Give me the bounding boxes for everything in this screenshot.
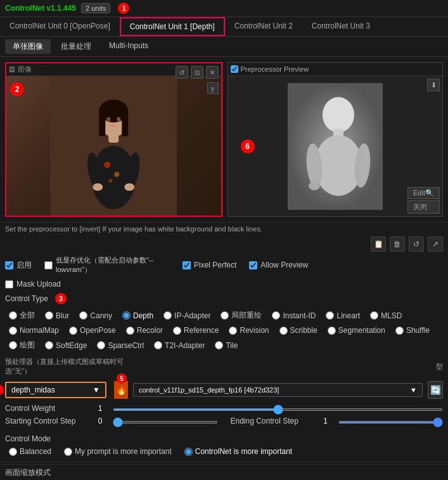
preprocessor-preview-label: Preprocessor Preview (238, 64, 312, 74)
photo-placeholder[interactable] (6, 76, 221, 216)
radio-segmentation[interactable]: Segmentation (324, 325, 389, 336)
mode-prompt[interactable]: My prompt is more important (60, 446, 176, 457)
radio-canny[interactable]: Canny (75, 309, 116, 322)
enable-checkbox[interactable] (5, 261, 13, 269)
mask-upload-group: Mask Upload (5, 280, 443, 289)
radio-mlsd[interactable]: MLSD (366, 309, 406, 322)
top-bar: ControlNet v1.1.445 2 units 1 (0, 0, 448, 17)
sliders-area: Control Weight 1 Starting Control Step 0… (0, 401, 448, 432)
mask-upload-checkbox[interactable] (5, 280, 13, 289)
close-preview-btn[interactable]: 关闭 (407, 200, 440, 214)
radio-openpose[interactable]: OpenPose (65, 325, 120, 336)
unit-tabs: ControlNet Unit 0 [OpenPose] ControlNet … (0, 17, 448, 37)
radio-softedge[interactable]: SoftEdge (41, 339, 91, 352)
mode-options: Balanced My prompt is more important Con… (5, 446, 443, 457)
unit-tab-2[interactable]: ControlNet Unit 2 (225, 17, 302, 36)
radio-blur[interactable]: Blur (41, 309, 73, 322)
circle-4: 4 (0, 384, 4, 396)
lowvram-checkbox[interactable] (44, 261, 53, 269)
svg-point-13 (108, 179, 112, 183)
radio-sparsectrl[interactable]: SparseCtrl (93, 339, 148, 352)
preprocessor-select[interactable]: depth_midas ▼ (5, 382, 106, 398)
pixel-perfect-checkbox[interactable] (182, 261, 191, 269)
fit-btn[interactable]: ⊡ (191, 66, 203, 79)
radio-shuffle[interactable]: Shuffle (392, 325, 433, 336)
ending-step-slider[interactable] (338, 421, 444, 424)
radio-lineart[interactable]: Lineart (322, 309, 364, 322)
control-weight-row: Control Weight 1 (5, 404, 443, 413)
mode-balanced[interactable]: Balanced (5, 446, 55, 457)
preprocessor-row: 预处理器（直接上传模式图或草稿时可选"无"） 型 (0, 354, 448, 379)
y-btn[interactable]: y (207, 82, 219, 94)
circle-2: 2 (10, 82, 24, 96)
radio-all[interactable]: 全部 (5, 309, 39, 322)
fire-btn[interactable]: 🔥 (114, 381, 128, 399)
circle-1: 1 (118, 3, 129, 14)
rotate-btn[interactable]: ↺ (176, 66, 188, 79)
enable-label: 启用 (16, 260, 32, 271)
refresh-tool-btn[interactable]: ↺ (409, 237, 424, 252)
refresh-model-btn[interactable]: 🔄 (428, 381, 443, 399)
copy-btn[interactable]: 📋 (371, 237, 386, 252)
svg-point-10 (111, 124, 116, 127)
svg-point-16 (93, 183, 103, 191)
step-sliders-row: Starting Control Step 0 Ending Control S… (5, 417, 443, 425)
radio-t2i[interactable]: T2I-Adapter (150, 339, 208, 352)
sub-tab-batch[interactable]: 批量处理 (53, 39, 99, 54)
svg-point-25 (309, 181, 320, 190)
ending-step-label: Ending Control Step (231, 417, 313, 425)
radio-draw[interactable]: 绘图 (5, 339, 39, 352)
left-image-panel: 🖼 图像 2 (5, 62, 222, 217)
svg-rect-7 (122, 111, 128, 136)
allow-preview-checkbox[interactable] (249, 261, 257, 269)
download-btn[interactable]: ⬇ (427, 79, 440, 91)
radio-scribble[interactable]: Scribble (276, 325, 321, 336)
ending-step-slider-wrap (338, 417, 444, 425)
radio-revision[interactable]: Revision (225, 325, 272, 336)
image-panel-label: 图像 (18, 65, 32, 74)
preview-checkbox[interactable] (231, 65, 238, 73)
radio-inpaint[interactable]: 局部重绘 (217, 309, 266, 322)
sub-tab-single[interactable]: 单张图像 (5, 39, 51, 54)
version-label: ControlNet v1.1.445 (5, 4, 76, 13)
edit-btn[interactable]: Edit🔍 (407, 187, 440, 199)
preview-header: Preprocessor Preview (228, 63, 443, 76)
close-btn[interactable]: ✕ (206, 66, 219, 79)
radio-reference[interactable]: Reference (169, 325, 222, 336)
starting-step-slider[interactable] (113, 421, 218, 424)
hint-bar: Set the preprocessor to [invert] If your… (0, 222, 448, 235)
allow-preview-checkbox-group: Allow Preview (249, 261, 308, 269)
trash-btn[interactable]: 🗑 (390, 237, 405, 252)
model-select[interactable]: control_v11f1p_sd15_depth_fp16 [4b72d323… (133, 383, 423, 397)
radio-recolor[interactable]: Recolor (122, 325, 167, 336)
pixel-perfect-checkbox-group: Pixel Perfect (182, 261, 236, 269)
radio-ipadapter[interactable]: IP-Adapter (160, 309, 214, 322)
sub-tab-multi[interactable]: Multi-Inputs (101, 39, 156, 54)
circle-3: 3 (55, 293, 67, 304)
sub-tabs: 单张图像 批量处理 Multi-Inputs (0, 37, 448, 57)
starting-step-label: Starting Control Step (5, 417, 87, 425)
radio-depth[interactable]: Depth (118, 309, 157, 322)
image-icon: 🖼 (9, 66, 15, 73)
mode-controlnet[interactable]: ControlNet is more important (181, 446, 296, 457)
preprocessor-select-row: 4 depth_midas ▼ 5 🔥 control_v11f1p_sd15_… (0, 379, 448, 401)
svg-point-20 (323, 97, 354, 133)
unit-tab-3[interactable]: ControlNet Unit 3 (302, 17, 380, 36)
radio-instantid[interactable]: Instant-ID (268, 309, 319, 322)
control-mode-section: Control Mode Balanced My prompt is more … (0, 432, 448, 460)
svg-point-17 (124, 183, 134, 191)
control-weight-slider[interactable] (113, 408, 443, 411)
radio-normalmap[interactable]: NormalMap (5, 325, 63, 336)
scale-mode-label: 画面缩放模式 (5, 467, 443, 478)
divider-1 (0, 462, 448, 462)
control-weight-slider-wrap (113, 404, 443, 413)
arrow-btn[interactable]: ↗ (428, 237, 443, 252)
ending-step-val: 1 (318, 417, 333, 425)
unit-tab-1[interactable]: ControlNet Unit 1 [Depth] (120, 17, 225, 36)
radio-tile[interactable]: Tile (211, 339, 241, 352)
unit-tab-0[interactable]: ControlNet Unit 0 [OpenPose] (0, 17, 120, 36)
svg-point-11 (104, 162, 110, 168)
scale-mode-section: 画面缩放模式 仅调整大小（拉伸） Crop and Resize Resize … (0, 464, 448, 480)
control-weight-label: Control Weight (5, 404, 87, 413)
lowvram-checkbox-group: 低显存优化（需配合启动参数"--lowvram"） (44, 256, 170, 275)
